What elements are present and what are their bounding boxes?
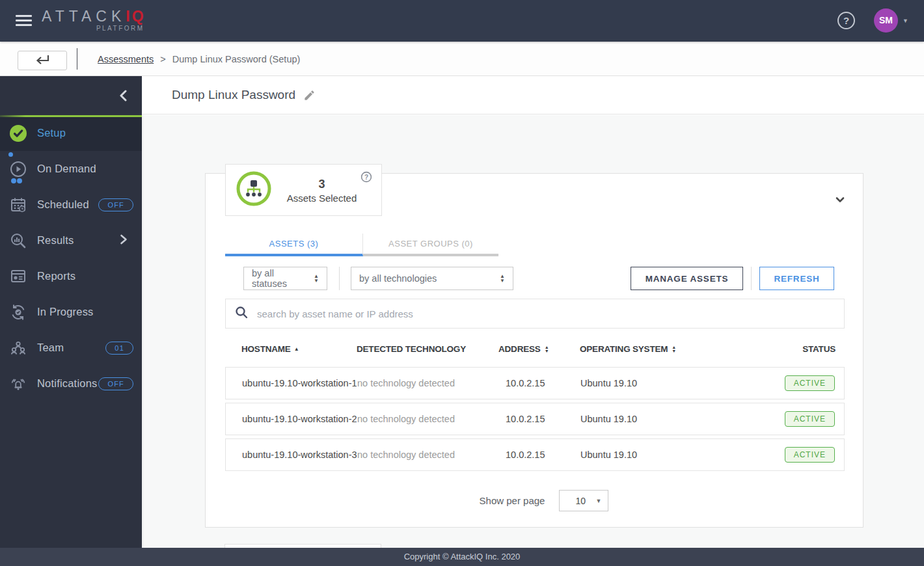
sidebar-item-label: In Progress <box>37 306 94 318</box>
technology-cell: no technology detected <box>357 450 499 460</box>
column-detected-technology[interactable]: DETECTED TECHNOLOGY <box>357 344 498 354</box>
help-icon[interactable]: ? <box>837 12 855 29</box>
os-cell: Ubuntu 19.10 <box>580 414 724 424</box>
tab-assets[interactable]: ASSETS (3) <box>225 234 363 256</box>
page-header: Dump Linux Password <box>142 76 924 115</box>
sidebar-item-team[interactable]: Team 01 <box>0 330 142 366</box>
sidebar-item-scheduled[interactable]: Scheduled OFF <box>0 187 142 222</box>
back-icon <box>34 54 50 67</box>
status-filter-value: by all statuses <box>252 268 307 289</box>
svg-text:?: ? <box>364 174 368 181</box>
status-filter-select[interactable]: by all statuses ▲▼ <box>243 267 327 290</box>
table-header: HOSTNAME▲ DETECTED TECHNOLOGY ADDRESS▲▼ … <box>225 334 845 364</box>
setup-check-circle-icon <box>9 124 27 142</box>
top-bar: ATTACKIQ PLATFORM ? SM ▼ <box>0 0 924 42</box>
technology-cell: no technology detected <box>357 414 499 424</box>
assets-panel: 3 Assets Selected ? ASSETS (3) ASSET GRO… <box>205 173 863 528</box>
hamburger-menu-icon[interactable] <box>16 15 32 27</box>
column-operating-system[interactable]: OPERATING SYSTEM▲▼ <box>580 344 725 354</box>
search-input[interactable] <box>257 308 844 319</box>
search-icon <box>235 306 248 321</box>
caret-down-icon: ▼ <box>596 498 602 504</box>
sidebar-item-label: Notifications <box>37 377 97 390</box>
hostname-cell: ubuntu-19.10-workstation-1 <box>242 378 357 388</box>
scheduled-off-badge: OFF <box>98 198 133 211</box>
logo-attack-text: ATTACK <box>42 8 126 25</box>
logo-iq-text: IQ <box>126 8 145 25</box>
table-row[interactable]: ubuntu-19.10-workstation-3 no technology… <box>225 438 845 471</box>
breadcrumb-link-assessments[interactable]: Assessments <box>98 54 154 64</box>
column-hostname[interactable]: HOSTNAME▲ <box>241 344 357 354</box>
blue-dot-icon <box>8 152 13 157</box>
sidebar-item-label: On Demand <box>37 163 96 175</box>
sidebar-item-on-demand[interactable]: On Demand <box>0 151 142 187</box>
sidebar: Setup On Demand Scheduled OFF Results <box>0 76 142 566</box>
active-indicator-bar <box>0 115 142 117</box>
column-status[interactable]: STATUS <box>725 344 836 354</box>
status-badge: ACTIVE <box>785 375 835 391</box>
sidebar-item-label: Setup <box>37 127 66 139</box>
sort-icon: ▲▼ <box>545 345 549 354</box>
assets-help-icon[interactable]: ? <box>360 171 372 185</box>
filter-divider <box>339 267 340 290</box>
per-page-select[interactable]: 10 ▼ <box>559 490 608 511</box>
assets-network-icon <box>236 171 271 209</box>
results-magnifier-chart-icon <box>9 232 27 250</box>
avatar[interactable]: SM <box>874 8 898 33</box>
sidebar-item-in-progress[interactable]: In Progress <box>0 294 142 330</box>
back-button[interactable] <box>18 51 67 70</box>
sidebar-item-results[interactable]: Results <box>0 222 142 258</box>
sidebar-item-label: Results <box>37 234 74 247</box>
manage-assets-button[interactable]: MANAGE ASSETS <box>631 267 743 290</box>
technology-cell: no technology detected <box>357 378 499 388</box>
sidebar-collapse-chevron-left-icon[interactable] <box>118 90 128 104</box>
footer: Copyright © AttackIQ Inc. 2020 <box>0 548 924 566</box>
sidebar-item-setup[interactable]: Setup <box>0 115 142 151</box>
chevron-right-icon <box>120 234 128 247</box>
asset-search-bar <box>225 299 845 329</box>
panel-collapse-chevron-down-icon[interactable] <box>834 194 846 208</box>
tab-asset-groups[interactable]: ASSET GROUPS (0) <box>363 234 498 256</box>
hostname-cell: ubuntu-19.10-workstation-3 <box>242 450 357 460</box>
team-people-icon <box>9 339 27 357</box>
blue-dot-icon <box>17 178 22 183</box>
avatar-caret-down-icon[interactable]: ▼ <box>903 18 908 24</box>
address-cell: 10.0.2.15 <box>499 414 580 424</box>
page-title: Dump Linux Password <box>172 88 295 102</box>
sidebar-item-label: Scheduled <box>37 198 89 211</box>
reports-icon <box>9 267 27 286</box>
breadcrumb-current: Dump Linux Password (Setup) <box>172 54 301 64</box>
sidebar-item-reports[interactable]: Reports <box>0 258 142 294</box>
sidebar-item-label: Team <box>37 342 64 354</box>
os-cell: Ubuntu 19.10 <box>580 378 724 388</box>
filter-toolbar: by all statuses ▲▼ by all technologies ▲… <box>225 265 845 292</box>
assets-selected-count: 3 <box>271 178 372 191</box>
column-address[interactable]: ADDRESS▲▼ <box>498 344 580 354</box>
team-count-badge: 01 <box>105 342 133 355</box>
breadcrumb-bar: Assessments > Dump Linux Password (Setup… <box>0 42 924 76</box>
technology-filter-value: by all technologies <box>359 273 437 284</box>
refresh-button[interactable]: REFRESH <box>759 267 834 290</box>
os-cell: Ubuntu 19.10 <box>580 450 724 460</box>
table-row[interactable]: ubuntu-19.10-workstation-2 no technology… <box>225 403 845 435</box>
attackiq-logo[interactable]: ATTACKIQ PLATFORM <box>42 8 146 32</box>
edit-pencil-icon[interactable] <box>303 89 316 101</box>
technology-filter-select[interactable]: by all technologies ▲▼ <box>351 267 513 290</box>
assets-selected-label: Assets Selected <box>271 193 372 204</box>
select-arrows-icon: ▲▼ <box>493 274 505 283</box>
notifications-bell-icon <box>9 375 27 393</box>
status-badge: ACTIVE <box>785 447 835 463</box>
sidebar-nav: Setup On Demand Scheduled OFF Results <box>0 115 142 401</box>
breadcrumb-divider <box>77 48 77 70</box>
hostname-cell: ubuntu-19.10-workstation-2 <box>242 414 357 424</box>
table-row[interactable]: ubuntu-19.10-workstation-1 no technology… <box>225 367 845 399</box>
in-progress-sync-gear-icon <box>9 303 27 321</box>
show-per-page-label: Show per page <box>480 495 545 506</box>
button-divider <box>751 267 752 290</box>
play-circle-icon <box>9 160 27 178</box>
sort-icon: ▲▼ <box>672 345 676 354</box>
sort-asc-icon: ▲ <box>294 346 299 352</box>
sidebar-item-notifications[interactable]: Notifications OFF <box>0 366 142 401</box>
pagination: Show per page 10 ▼ <box>206 490 864 511</box>
address-cell: 10.0.2.15 <box>499 450 580 460</box>
